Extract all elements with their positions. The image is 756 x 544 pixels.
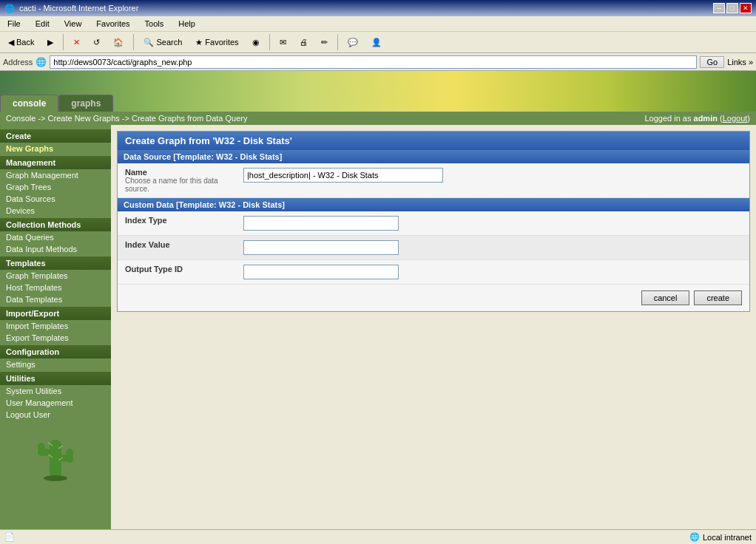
menu-bar: File Edit View Favorites Tools Help — [0, 16, 756, 32]
menu-edit[interactable]: Edit — [31, 18, 54, 30]
address-label: Address — [3, 58, 33, 67]
title-bar: 🌐 cacti - Microsoft Internet Explorer ─ … — [0, 0, 756, 16]
mail-icon: ✉ — [280, 38, 286, 47]
sidebar-item-data-templates[interactable]: Data Templates — [0, 293, 111, 305]
search-icon: 🔍 — [144, 38, 154, 47]
output-type-label: Output Type ID — [125, 265, 243, 273]
index-value-label: Index Value — [125, 240, 243, 249]
sidebar-item-data-input-methods[interactable]: Data Input Methods — [0, 243, 111, 255]
maximize-button[interactable]: □ — [726, 3, 738, 13]
sidebar-item-logout-user[interactable]: Logout User — [0, 409, 111, 421]
sidebar-item-host-templates[interactable]: Host Templates — [0, 282, 111, 293]
breadcrumb: Console -> Create New Graphs -> Create G… — [6, 114, 247, 123]
index-type-row: Index Type — [118, 211, 749, 236]
sidebar-item-import-templates[interactable]: Import Templates — [0, 320, 111, 332]
messenger-icon: 👤 — [371, 38, 382, 47]
sidebar-section-management: Management — [0, 156, 111, 169]
window-title: cacti - Microsoft Internet Explorer — [19, 4, 138, 13]
toolbar-separator-1 — [63, 34, 64, 50]
address-input[interactable] — [50, 55, 697, 69]
create-button[interactable]: create — [694, 290, 742, 305]
data-source-section-header: Data Source [Template: W32 - Disk Stats] — [118, 150, 749, 163]
index-value-input[interactable] — [243, 240, 399, 255]
index-type-input[interactable] — [243, 216, 399, 231]
sidebar-section-utilities: Utilities — [0, 372, 111, 385]
refresh-button[interactable]: ↺ — [88, 35, 105, 50]
sidebar-section-templates: Templates — [0, 256, 111, 270]
menu-favorites[interactable]: Favorites — [92, 18, 134, 30]
sidebar-item-devices[interactable]: Devices — [0, 205, 111, 217]
sidebar-item-graph-trees[interactable]: Graph Trees — [0, 181, 111, 193]
discuss-button[interactable]: 💬 — [342, 35, 363, 50]
go-button[interactable]: Go — [700, 56, 724, 68]
menu-help[interactable]: Help — [174, 18, 200, 30]
window-controls: ─ □ ✕ — [713, 3, 752, 13]
output-type-row: Output Type ID — [118, 260, 749, 285]
sidebar-item-data-queries[interactable]: Data Queries — [0, 231, 111, 243]
sidebar-item-data-sources[interactable]: Data Sources — [0, 193, 111, 205]
print-icon: 🖨 — [300, 38, 308, 47]
forward-button[interactable]: ▶ — [42, 35, 58, 50]
search-button[interactable]: 🔍 Search — [138, 35, 187, 50]
name-label: Name — [125, 168, 243, 177]
auth-info: Logged in as admin (Logout) — [644, 114, 750, 123]
print-button[interactable]: 🖨 — [294, 35, 313, 49]
stop-button[interactable]: ✕ — [68, 35, 85, 50]
sidebar-section-import-export: Import/Export — [0, 307, 111, 320]
menu-file[interactable]: File — [3, 18, 25, 30]
svg-rect-4 — [66, 449, 73, 463]
button-row: cancel create — [118, 285, 749, 311]
status-right: 🌐 Local intranet — [689, 532, 752, 542]
cactus-icon — [26, 428, 85, 487]
tab-graphs[interactable]: graphs — [58, 95, 113, 112]
form-panel: Create Graph from 'W32 - Disk Stats' Dat… — [117, 131, 750, 312]
discuss-icon: 💬 — [348, 38, 358, 47]
sidebar-item-system-utilities[interactable]: System Utilities — [0, 385, 111, 397]
sidebar: Create New Graphs Management Graph Manag… — [0, 125, 111, 544]
mail-button[interactable]: ✉ — [274, 35, 291, 50]
minimize-button[interactable]: ─ — [713, 3, 725, 13]
edit-button[interactable]: ✏ — [316, 35, 333, 50]
stop-icon: ✕ — [73, 38, 80, 47]
name-input[interactable] — [243, 168, 443, 183]
index-value-row: Index Value — [118, 236, 749, 260]
menu-tools[interactable]: Tools — [141, 18, 169, 30]
menu-view[interactable]: View — [60, 18, 87, 30]
index-type-label: Index Type — [125, 216, 243, 225]
favorites-button[interactable]: ★ Favorites — [190, 35, 243, 50]
cactus-logo-area — [0, 421, 111, 494]
sidebar-item-user-management[interactable]: User Management — [0, 397, 111, 409]
sidebar-section-collection: Collection Methods — [0, 218, 111, 231]
media-button[interactable]: ◉ — [247, 35, 265, 50]
refresh-icon: ↺ — [93, 38, 100, 47]
links-label[interactable]: Links » — [727, 58, 753, 67]
address-bar: Address 🌐 Go Links » — [0, 53, 756, 71]
messenger-button[interactable]: 👤 — [366, 35, 387, 50]
sidebar-item-graph-management[interactable]: Graph Management — [0, 169, 111, 181]
cacti-header: console graphs — [0, 71, 756, 112]
cancel-button[interactable]: cancel — [641, 290, 690, 305]
address-favicon: 🌐 — [36, 57, 47, 67]
close-button[interactable]: ✕ — [740, 3, 752, 13]
sidebar-item-settings[interactable]: Settings — [0, 358, 111, 370]
sidebar-item-graph-templates[interactable]: Graph Templates — [0, 270, 111, 282]
home-button[interactable]: 🏠 — [108, 35, 129, 50]
sidebar-item-export-templates[interactable]: Export Templates — [0, 332, 111, 344]
status-zone: Local intranet — [703, 533, 752, 542]
svg-point-9 — [44, 475, 67, 481]
star-icon: ★ — [195, 38, 203, 47]
toolbar-separator-4 — [337, 34, 338, 50]
back-button[interactable]: ◀ Back — [3, 35, 39, 50]
main-layout: Create New Graphs Management Graph Manag… — [0, 125, 756, 544]
media-icon: ◉ — [252, 38, 260, 47]
sidebar-item-new-graphs[interactable]: New Graphs — [0, 143, 111, 154]
toolbar: ◀ Back ▶ ✕ ↺ 🏠 🔍 Search ★ Favorites ◉ ✉ … — [0, 32, 756, 53]
home-icon: 🏠 — [113, 38, 124, 47]
output-type-input[interactable] — [243, 265, 399, 279]
tab-console[interactable]: console — [0, 95, 58, 112]
sidebar-section-configuration: Configuration — [0, 345, 111, 358]
toolbar-separator-2 — [133, 34, 134, 50]
logout-link[interactable]: Logout — [723, 114, 748, 123]
forward-icon: ▶ — [47, 38, 53, 47]
form-title: Create Graph from 'W32 - Disk Stats' — [118, 132, 749, 150]
